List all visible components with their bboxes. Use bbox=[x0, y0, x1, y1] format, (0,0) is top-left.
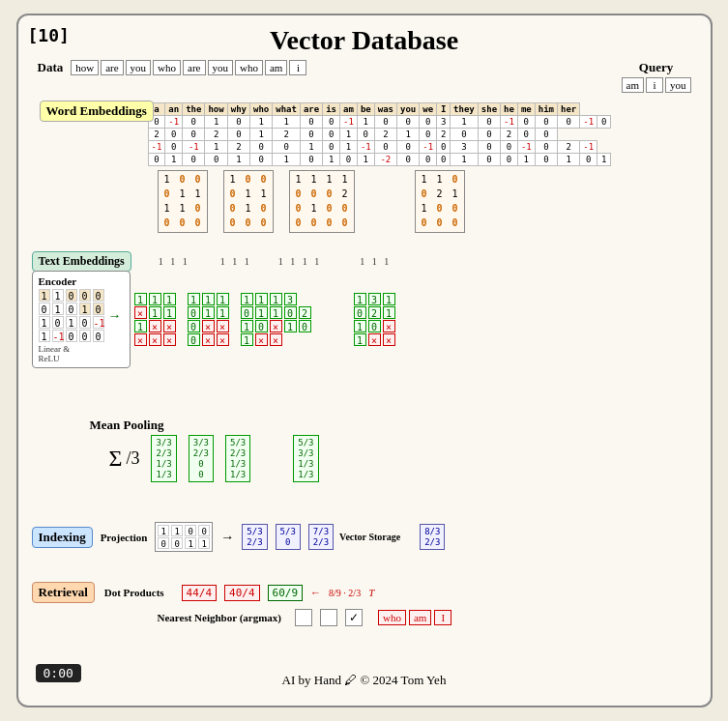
te-sum-2: 1 1 1 bbox=[220, 256, 249, 267]
encoder-box: Encoder 11000 01010 1010-1 bbox=[32, 271, 131, 368]
proj-arrow: → bbox=[220, 530, 234, 545]
retrieval-label: Retrieval bbox=[32, 582, 95, 603]
mean-pooling-label: Mean Pooling bbox=[90, 418, 164, 433]
s2-output: 111 011 0×× 0×× bbox=[188, 293, 229, 346]
youami-vector: 1111 0002 0100 0000 bbox=[289, 170, 355, 233]
divby3: /3 bbox=[126, 448, 139, 469]
arrow1: → bbox=[108, 308, 122, 324]
who-vector: 100 011 010 000 bbox=[223, 170, 274, 233]
q-output: 131 021 10× 1×× bbox=[354, 293, 395, 346]
embed-table: aanthe howwhywho whatareis ambewas youwe… bbox=[148, 102, 612, 166]
nn-empty-1 bbox=[295, 609, 312, 626]
dot-products-label: Dot Products bbox=[104, 587, 164, 598]
query-section: Query am i you bbox=[622, 60, 691, 93]
word-are2: are bbox=[183, 60, 205, 75]
q-you: you bbox=[665, 77, 691, 93]
encoder-label: Encoder bbox=[39, 275, 124, 287]
dp-calc: 8/9 · 2/3 bbox=[329, 588, 361, 598]
query-words: am i you bbox=[622, 77, 691, 93]
nn-check: ✓ bbox=[345, 609, 363, 626]
s3-output: 1113 01102 10×10 1×× bbox=[241, 293, 311, 346]
data-label: Data bbox=[38, 60, 64, 75]
dp-t: T bbox=[368, 587, 374, 598]
s1-output: 111 ×11 1×× ××× bbox=[134, 293, 176, 346]
te-sum-3: 1 1 1 1 bbox=[278, 256, 320, 267]
dp-result-1: 44/4 bbox=[182, 585, 218, 601]
indexing-label: Indexing bbox=[32, 527, 93, 548]
dp-result-3: 60/9 bbox=[268, 585, 304, 601]
mean-col-1: 3/3 2/3 1/3 1/3 bbox=[151, 435, 176, 482]
te-sum-4: 1 1 1 bbox=[360, 256, 389, 267]
sigma-label: Σ bbox=[109, 446, 123, 472]
linear-relu-label: Linear &ReLU bbox=[39, 344, 124, 363]
word-you1: you bbox=[126, 60, 152, 75]
idx-col-2: 5/3 0 bbox=[276, 524, 301, 550]
projection-matrix: 1100 0011 bbox=[155, 522, 213, 552]
data-words-container: how are you who are you who am i bbox=[71, 60, 306, 75]
result-who: who bbox=[378, 610, 406, 625]
q-i: i bbox=[646, 77, 663, 93]
result-am: am bbox=[409, 610, 431, 625]
mean-col-q: 5/3 3/3 1/3 1/3 bbox=[293, 435, 318, 482]
nn-empty-2 bbox=[320, 609, 337, 626]
query-label: Query bbox=[639, 60, 673, 75]
projection-label: Projection bbox=[101, 532, 148, 543]
word-i1: i bbox=[289, 60, 306, 75]
idx-col-1: 5/3 2/3 bbox=[242, 524, 267, 550]
mean-col-3: 5/3 2/3 1/3 1/3 bbox=[225, 435, 250, 482]
word-am: am bbox=[265, 60, 287, 75]
word-you2: you bbox=[208, 60, 234, 75]
q-am: am bbox=[622, 77, 644, 93]
main-card: [10] Vector Database Data how are you wh… bbox=[16, 14, 713, 707]
dp-arrow: ← bbox=[310, 587, 321, 598]
word-who2: who bbox=[235, 60, 263, 75]
footer-credit: AI by Hand 🖊 © 2024 Tom Yeh bbox=[282, 673, 447, 688]
idx-col-q: 8/3 2/3 bbox=[420, 524, 445, 550]
te-sum-1: 1 1 1 bbox=[159, 256, 188, 267]
mean-col-2: 3/3 2/3 0 0 bbox=[189, 435, 214, 482]
dp-result-2: 40/4 bbox=[224, 585, 260, 601]
word-embeddings-label: Word Embeddings bbox=[40, 101, 154, 122]
vector-storage-label: Vector Storage bbox=[339, 532, 400, 542]
how-vector: 100 011 110 000 bbox=[158, 170, 208, 233]
main-title: Vector Database bbox=[270, 25, 458, 56]
encoder-matrix: 11000 01010 1010-1 1-1000 bbox=[39, 289, 104, 342]
text-embeddings-label: Text Embeddings bbox=[32, 251, 131, 272]
nearest-neighbor-label: Nearest Neighbor (argmax) bbox=[158, 612, 282, 623]
content-area: Data how are you who are you who am i Qu… bbox=[28, 60, 701, 692]
title-row: [10] Vector Database bbox=[28, 25, 701, 56]
slide-number: [10] bbox=[28, 25, 70, 45]
word-who1: who bbox=[153, 60, 181, 75]
timestamp: 0:00 bbox=[36, 664, 81, 682]
word-how: how bbox=[71, 60, 99, 75]
query-vector: 110 021 100 000 bbox=[415, 170, 465, 233]
result-i: I bbox=[434, 610, 451, 625]
idx-col-3: 7/3 2/3 bbox=[308, 524, 334, 550]
word-are1: are bbox=[101, 60, 123, 75]
